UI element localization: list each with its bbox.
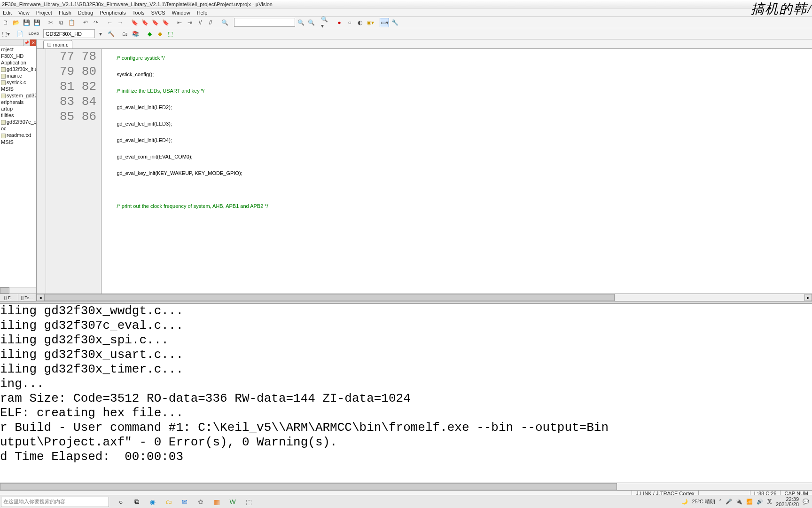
target-dropdown-icon[interactable]: ▾ xyxy=(96,29,105,39)
cut-icon[interactable]: ✂ xyxy=(46,18,55,27)
window-title: 2F30x_Firmware_Library_V2.1.1\GD32F30x_F… xyxy=(2,1,273,7)
nav-back-icon[interactable]: ← xyxy=(105,18,115,27)
close-panel-icon[interactable]: ✕ xyxy=(30,40,36,46)
scroll-thumb[interactable] xyxy=(44,294,615,301)
edge-icon[interactable]: ◉ xyxy=(148,497,158,507)
menu-svcs[interactable]: SVCS xyxy=(151,10,165,16)
incremental-find-icon[interactable]: 🔍 xyxy=(306,18,316,27)
paste-icon[interactable]: 📋 xyxy=(67,18,76,27)
tree-item: gd32f307c_eval. xyxy=(0,119,36,125)
file-tab-main-c[interactable]: main.c xyxy=(43,40,72,48)
file-ext-icon[interactable]: 🗂 xyxy=(120,29,130,39)
app-icon[interactable]: ✿ xyxy=(195,497,206,507)
file-tab-label: main.c xyxy=(53,42,68,48)
weather-text[interactable]: 25°C 晴朗 xyxy=(692,498,715,505)
new-file-icon[interactable]: 🗋 xyxy=(1,18,10,27)
tray-clock[interactable]: 22:39 2021/6/28 xyxy=(776,497,799,507)
nav-fwd-icon[interactable]: → xyxy=(116,18,125,27)
tray-power-icon[interactable]: 🔌 xyxy=(736,499,742,505)
menu-tools[interactable]: Tools xyxy=(133,10,145,16)
toolbox-icon[interactable]: 🔧 xyxy=(390,18,399,27)
scroll-left-icon[interactable]: ◄ xyxy=(37,294,44,301)
tree-item: tilities xyxy=(0,112,36,119)
tree-item: artup xyxy=(0,105,36,112)
debug-icon[interactable]: 🔍▾ xyxy=(320,18,330,27)
breakpoint-icon[interactable]: ● xyxy=(335,18,344,27)
scroll-thumb[interactable] xyxy=(0,483,617,490)
code-text[interactable]: /* configure systick */ systick_config()… xyxy=(102,49,812,294)
undo-icon[interactable]: ↶ xyxy=(81,18,90,27)
save-all-icon[interactable]: 💾 xyxy=(32,18,41,27)
menu-help[interactable]: Help xyxy=(197,10,208,16)
project-tree[interactable]: roject F30X_HD Application gd32f30x_it.c… xyxy=(0,46,36,287)
weather-icon[interactable]: 🌙 xyxy=(681,499,688,505)
redo-icon[interactable]: ↷ xyxy=(91,18,101,27)
output-hscroll[interactable] xyxy=(0,483,812,490)
build-output[interactable]: iling gd32f30x_wwdgt.c... iling gd32f307… xyxy=(0,304,812,483)
breakpoint-disable-icon[interactable]: ○ xyxy=(345,18,354,27)
find-combo[interactable] xyxy=(234,18,295,27)
bookmark-clear-icon[interactable]: 🔖 xyxy=(161,18,170,27)
tree-item: Application xyxy=(0,59,36,66)
code-editor[interactable]: 77 78 79 80 81 82 83 84 85 86 /* configu… xyxy=(37,49,812,294)
manage-icon[interactable]: 📚 xyxy=(131,29,140,39)
menu-flash[interactable]: Flash xyxy=(59,10,71,16)
keil-icon[interactable]: ⬚ xyxy=(243,497,254,507)
menu-debug[interactable]: Debug xyxy=(78,10,93,16)
pin-icon[interactable]: 📌 xyxy=(23,40,30,46)
pack-yellow-icon[interactable]: ◆ xyxy=(155,29,164,39)
watermark-text: 搞机的韩/ xyxy=(751,0,812,18)
save-icon[interactable]: 💾 xyxy=(22,18,31,27)
proj-tab-templates[interactable]: [] Te... xyxy=(18,294,37,301)
editor-hscroll[interactable]: ◄ ► xyxy=(37,294,812,301)
copy-icon[interactable]: ⧉ xyxy=(56,18,66,27)
menu-edit[interactable]: Edit xyxy=(3,10,12,16)
comment-icon[interactable]: // xyxy=(195,18,205,27)
pack-installer-icon[interactable]: ⬚ xyxy=(165,29,175,39)
tray-ime-text[interactable]: 英 xyxy=(767,498,772,505)
menu-project[interactable]: Project xyxy=(36,10,52,16)
menu-view[interactable]: View xyxy=(18,10,30,16)
target-select[interactable]: GD32F30X_HD xyxy=(43,29,95,38)
proj-tab-functions[interactable]: {} F... xyxy=(0,294,18,301)
scroll-right-icon[interactable]: ► xyxy=(804,294,812,301)
file-explorer-icon[interactable]: 🗂 xyxy=(164,497,174,507)
find-icon[interactable]: 🔍 xyxy=(220,18,229,27)
build-icon[interactable]: 📄 xyxy=(15,29,24,39)
open-file-icon[interactable]: 📂 xyxy=(11,18,21,27)
pack-green-icon[interactable]: ◆ xyxy=(145,29,154,39)
bookmark-prev-icon[interactable]: 🔖 xyxy=(140,18,149,27)
indent-left-icon[interactable]: ⇤ xyxy=(175,18,184,27)
bookmark-icon[interactable]: 🔖 xyxy=(130,18,139,27)
app2-icon[interactable]: ▦ xyxy=(211,497,222,507)
load-icon[interactable]: LOAD xyxy=(29,29,39,39)
tray-volume-icon[interactable]: 🔊 xyxy=(757,499,763,505)
uncomment-icon[interactable]: // xyxy=(206,18,215,27)
scroll-thumb[interactable] xyxy=(0,287,9,294)
task-view-icon[interactable]: ⧉ xyxy=(132,497,142,507)
taskbar-apps: ○ ⧉ ◉ 🗂 ✉ ✿ ▦ W ⬚ xyxy=(109,497,254,507)
breakpoint-kill-icon[interactable]: ◐ xyxy=(355,18,365,27)
find-in-files-icon[interactable]: 🔍 xyxy=(296,18,305,27)
window-icon[interactable]: ▭▾ xyxy=(380,18,389,27)
wps-icon[interactable]: W xyxy=(227,497,238,507)
tray-mic-icon[interactable]: 🎤 xyxy=(726,499,732,505)
indent-right-icon[interactable]: ⇥ xyxy=(185,18,195,27)
menu-window[interactable]: Window xyxy=(172,10,190,16)
breakpoint-kill2-icon[interactable]: ◉▾ xyxy=(366,18,375,27)
cortana-icon[interactable]: ○ xyxy=(116,497,126,507)
tray-notifications-icon[interactable]: 💬 xyxy=(803,499,809,505)
target-options-icon[interactable]: 🔨 xyxy=(106,29,116,39)
line-number-gutter: 77 78 79 80 81 82 83 84 85 86 xyxy=(46,49,102,294)
mail-icon[interactable]: ✉ xyxy=(180,497,190,507)
taskbar-search-input[interactable]: 在这里输入你要搜索的内容 xyxy=(1,497,109,507)
menu-peripherals[interactable]: Peripherals xyxy=(100,10,126,16)
bookmark-next-icon[interactable]: 🔖 xyxy=(150,18,160,27)
tray-wifi-icon[interactable]: 📶 xyxy=(746,499,753,505)
translate-icon[interactable]: ⬚▾ xyxy=(1,29,10,39)
tray-chevron-icon[interactable]: ˄ xyxy=(719,499,722,505)
tree-item: MSIS xyxy=(0,86,36,92)
toolbar-build: ⬚▾ 📄 LOAD GD32F30X_HD ▾ 🔨 🗂 📚 ◆ ◆ ⬚ xyxy=(0,28,812,40)
project-hscroll[interactable] xyxy=(0,287,36,294)
breakpoint-strip[interactable] xyxy=(37,49,46,294)
